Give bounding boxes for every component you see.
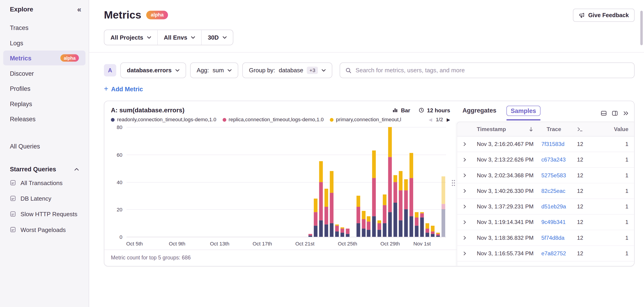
display-mode-button[interactable]: Bar <box>392 107 410 113</box>
chart-bar[interactable] <box>346 228 350 237</box>
sample-timestamp: Nov 3, 1:37:29.231 PM <box>472 204 541 210</box>
date-range-filter[interactable]: 30D <box>202 30 233 45</box>
expand-row-icon[interactable] <box>462 189 467 193</box>
chart-bar[interactable] <box>367 216 371 237</box>
environment-filter[interactable]: All Envs <box>158 30 202 45</box>
sample-row[interactable]: Nov 3, 1:18:36.832 PM5f74d8da121 <box>457 230 634 246</box>
expand-row-icon[interactable] <box>462 142 467 146</box>
add-metric-button[interactable]: + Add Metric <box>104 85 143 92</box>
legend-prev-icon[interactable]: ◀ <box>429 117 432 122</box>
chart-bar[interactable] <box>388 127 392 237</box>
bar-segment <box>335 231 339 237</box>
split-horizontal-icon[interactable] <box>600 110 607 116</box>
samples-table: Timestamp Trace Value <box>456 122 634 266</box>
expand-row-icon[interactable] <box>462 204 467 209</box>
chart-bar[interactable] <box>330 171 334 237</box>
bar-segment <box>383 205 387 223</box>
expand-row-icon[interactable] <box>462 157 467 162</box>
trace-link[interactable]: e7a82752 <box>542 250 566 256</box>
sidebar-collapse-icon[interactable]: « <box>77 6 81 13</box>
starred-query-slow-http-requests[interactable]: Slow HTTP Requests <box>3 206 85 221</box>
chart-bar[interactable] <box>324 189 328 237</box>
chart-bar[interactable] <box>404 179 408 237</box>
chart-bar[interactable] <box>378 220 381 237</box>
split-vertical-icon[interactable] <box>612 110 618 116</box>
trace-link[interactable]: 7f31583d <box>542 141 564 147</box>
chart-bar[interactable] <box>372 150 376 237</box>
trace-link[interactable]: 5275e583 <box>542 172 566 178</box>
legend-item[interactable]: replica,connection_timeout,logs-demo,1.0 <box>222 117 324 122</box>
chart-bar[interactable] <box>442 176 445 237</box>
chart-bar[interactable] <box>426 223 429 237</box>
trace-link[interactable]: 5f74d8da <box>542 235 564 241</box>
sample-row[interactable]: Nov 3, 1:37:29.231 PMd51eb29a121 <box>457 199 634 215</box>
tab-aggregates[interactable]: Aggregates <box>462 106 496 121</box>
legend-item[interactable]: primary,connection_timeout,l <box>330 117 401 122</box>
interval-button[interactable]: 12 hours <box>418 107 450 113</box>
chart-bar[interactable] <box>314 198 318 237</box>
chart-bar[interactable] <box>362 211 365 237</box>
query-icon <box>10 195 16 202</box>
chart-bar[interactable] <box>410 153 413 237</box>
sample-row[interactable]: Nov 3, 2:13:22.626 PMc673a243121 <box>457 152 634 168</box>
sidebar-item-all-queries[interactable]: All Queries <box>3 139 85 154</box>
search-bar[interactable] <box>340 63 635 78</box>
give-feedback-button[interactable]: Give Feedback <box>573 9 634 22</box>
legend-page-indicator: 1/2 <box>436 117 443 122</box>
metric-select[interactable]: database.errors <box>120 63 186 78</box>
sidebar-item-discover[interactable]: Discover <box>3 66 85 81</box>
bar-segment <box>388 212 392 237</box>
expand-row-icon[interactable] <box>462 173 467 178</box>
chart-bar[interactable] <box>399 171 403 237</box>
legend-item[interactable]: readonly,connection_timeout,logs-demo,1.… <box>111 117 216 122</box>
profile-column-header[interactable] <box>576 127 597 132</box>
trace-link[interactable]: d51eb29a <box>542 204 566 210</box>
group-by-select[interactable]: Group by: database +3 <box>242 63 332 78</box>
chart-bar[interactable] <box>415 212 418 237</box>
trace-link[interactable]: c673a243 <box>542 157 566 163</box>
sidebar-item-profiles[interactable]: Profiles <box>3 81 85 96</box>
sample-row[interactable]: Nov 3, 1:19:14.341 PM9c49b341121 <box>457 215 634 230</box>
sample-row[interactable]: Nov 3, 2:16:20.467 PM7f31583d121 <box>457 137 634 152</box>
drag-handle-icon[interactable] <box>451 178 456 189</box>
sidebar-item-logs[interactable]: Logs <box>3 36 85 50</box>
search-input[interactable] <box>356 67 629 74</box>
bar-segment <box>410 216 413 237</box>
sample-row[interactable]: Nov 3, 1:16:55.734 PMe7a82752121 <box>457 246 634 261</box>
starred-query-db-latency[interactable]: DB Latency <box>3 191 85 206</box>
project-filter[interactable]: All Projects <box>104 30 158 45</box>
trace-link[interactable]: 82c25eac <box>542 188 566 194</box>
group-by-extra-badge: +3 <box>307 67 318 74</box>
starred-query-all-transactions[interactable]: All Transactions <box>3 175 85 190</box>
sample-row[interactable]: Nov 3, 1:40:26.330 PM82c25eac121 <box>457 183 634 199</box>
tab-samples[interactable]: Samples <box>506 106 540 121</box>
sidebar-item-replays[interactable]: Replays <box>3 96 85 111</box>
sample-row[interactable]: Nov 3, 2:02:34.368 PM5275e583121 <box>457 168 634 183</box>
chart-bar[interactable] <box>340 227 344 237</box>
expand-row-icon[interactable] <box>462 251 467 256</box>
trace-link[interactable]: 9c49b341 <box>542 219 566 225</box>
sidebar-item-metrics[interactable]: Metricsalpha <box>3 51 85 65</box>
expand-row-icon[interactable] <box>462 236 467 240</box>
starred-queries-header[interactable]: Starred Queries <box>3 166 85 173</box>
sidebar-item-traces[interactable]: Traces <box>3 20 85 35</box>
starred-query-worst-pageloads[interactable]: Worst Pageloads <box>3 222 85 237</box>
chart-bar[interactable] <box>383 194 387 237</box>
chart-bar[interactable] <box>319 161 323 237</box>
expand-row-icon[interactable] <box>462 220 467 224</box>
timestamp-column-header[interactable]: Timestamp <box>472 126 541 132</box>
chart-bar[interactable] <box>436 233 440 237</box>
page-scrollbar-thumb[interactable] <box>640 11 643 45</box>
chart-bar[interactable] <box>394 175 397 237</box>
chart-bar[interactable] <box>308 234 312 237</box>
chart-bar[interactable] <box>431 226 434 237</box>
legend-next-icon[interactable]: ▶ <box>447 117 450 122</box>
aggregate-select[interactable]: Agg: sum <box>190 63 238 78</box>
chart-bar[interactable] <box>335 224 339 237</box>
collapse-panel-icon[interactable] <box>623 110 629 116</box>
sidebar-item-releases[interactable]: Releases <box>3 111 85 126</box>
value-column-header[interactable]: Value <box>597 126 634 132</box>
trace-column-header[interactable]: Trace <box>541 126 576 132</box>
chart-bar[interactable] <box>356 196 360 237</box>
chart-bar[interactable] <box>420 212 424 237</box>
